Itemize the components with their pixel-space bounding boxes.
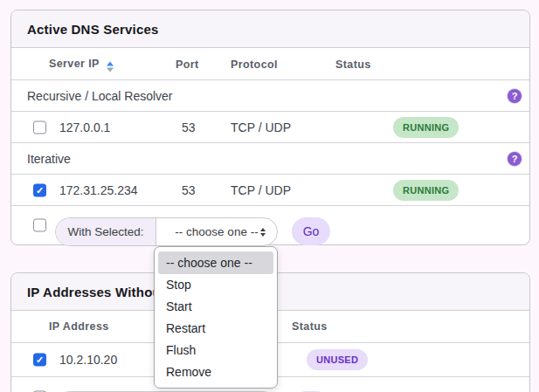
dropdown-option-flush[interactable]: Flush [158, 340, 273, 361]
port-cell: 53 [182, 183, 196, 197]
column-header-label: Server IP [49, 57, 100, 69]
help-icon[interactable]: ? [508, 152, 522, 166]
column-header-status: Status [335, 58, 371, 71]
status-badge: RUNNING [393, 180, 459, 201]
go-button[interactable]: Go [292, 217, 330, 245]
ip-address-cell: 10.2.10.20 [59, 353, 117, 367]
dropdown-option-stop[interactable]: Stop [158, 274, 273, 296]
column-header-ip-address: IP Address [49, 320, 109, 333]
panel-title-text: Active DNS Services [27, 22, 159, 37]
with-selected-control: With Selected: -- choose one -- [55, 217, 278, 246]
page: { "icons": { "help_glyph": "?", "check_g… [0, 0, 539, 392]
column-header-status: Status [292, 320, 328, 333]
section-row-iterative: Iterative ? [11, 142, 529, 174]
table-row: 127.0.0.1 53 TCP / UDP RUNNING [11, 111, 529, 142]
action-select[interactable]: -- choose one -- [156, 218, 277, 245]
server-ip-cell: 172.31.25.234 [59, 183, 138, 197]
server-ip-cell: 127.0.0.1 [59, 120, 110, 134]
table-row: ✓ 172.31.25.234 53 TCP / UDP RUNNING [11, 174, 529, 205]
action-select-value: -- choose one -- [175, 225, 258, 238]
dropdown-option-restart[interactable]: Restart [158, 318, 273, 340]
protocol-cell: TCP / UDP [231, 120, 291, 134]
bulk-action-row: With Selected: -- choose one -- Go [11, 205, 529, 244]
port-cell: 53 [182, 120, 196, 134]
section-label: Iterative [27, 152, 71, 166]
select-all-checkbox[interactable] [33, 219, 46, 232]
section-row-recursive: Recursive / Local Resolver ? [11, 79, 529, 111]
sort-up-arrow-icon [107, 61, 114, 65]
protocol-cell: TCP / UDP [231, 183, 291, 197]
dropdown-option-remove[interactable]: Remove [158, 361, 273, 383]
status-badge: RUNNING [393, 117, 459, 138]
sort-down-arrow-icon [107, 67, 114, 72]
action-dropdown-menu: -- choose one -- Stop Start Restart Flus… [154, 246, 278, 389]
panel-title-active-dns: Active DNS Services [11, 10, 529, 48]
column-header-port: Port [176, 58, 199, 71]
column-header-protocol: Protocol [231, 58, 278, 71]
dropdown-option-choose-one[interactable]: -- choose one -- [158, 251, 273, 274]
help-icon[interactable]: ? [508, 89, 522, 103]
sort-icon[interactable] [107, 61, 114, 72]
with-selected-label: With Selected: [56, 218, 156, 245]
active-dns-panel: Active DNS Services Server IP Port Proto… [10, 10, 530, 245]
section-label: Recursive / Local Resolver [27, 89, 173, 103]
row-checkbox[interactable]: ✓ [33, 354, 46, 367]
status-badge: UNUSED [307, 349, 368, 370]
row-checkbox[interactable]: ✓ [33, 183, 46, 196]
row-checkbox[interactable] [33, 120, 46, 134]
dropdown-option-start[interactable]: Start [158, 296, 273, 318]
panel-title-text: IP Addresses Without [27, 285, 165, 299]
column-header-server-ip[interactable]: Server IP [49, 57, 114, 72]
table-header-row: Server IP Port Protocol Status [11, 49, 529, 79]
select-arrows-icon [260, 228, 266, 237]
